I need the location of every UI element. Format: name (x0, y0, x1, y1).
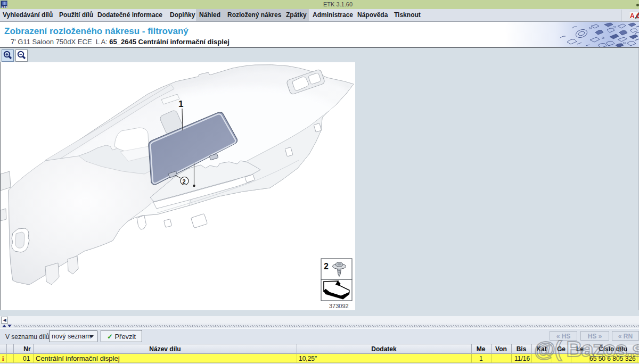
svg-text:1: 1 (178, 99, 183, 109)
svg-text:373092: 373092 (329, 303, 349, 309)
svg-text:2: 2 (183, 178, 186, 185)
svg-text:34: 34 (589, 27, 592, 30)
svg-text:63: 63 (623, 42, 626, 45)
svg-text:2: 2 (324, 262, 329, 271)
svg-text:08: 08 (602, 37, 605, 39)
svg-text:51: 51 (613, 26, 617, 29)
